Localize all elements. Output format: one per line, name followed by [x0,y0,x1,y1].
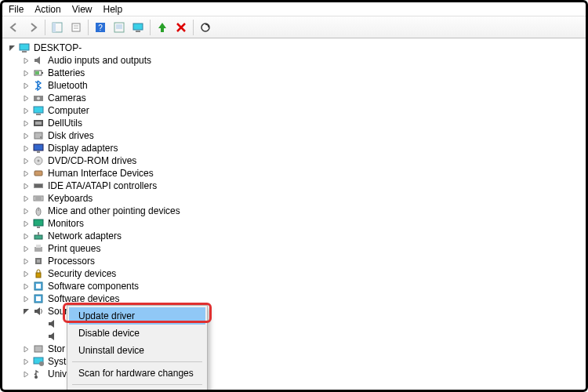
console-props-button[interactable] [111,19,128,36]
back-button[interactable] [5,19,23,36]
svg-rect-38 [37,227,40,228]
svg-point-24 [40,136,42,138]
ide-icon [32,180,45,192]
help-button[interactable]: ? [92,19,109,36]
tree-category[interactable]: Cameras [7,92,586,104]
caret-collapsed-icon[interactable] [21,357,31,366]
caret-collapsed-icon[interactable] [21,181,31,191]
caret-collapsed-icon[interactable] [21,256,31,266]
properties-button[interactable] [67,19,85,36]
menu-help[interactable]: Help [103,4,123,15]
context-menu-item[interactable]: Update driver [69,307,205,325]
caret-collapsed-icon[interactable] [21,294,31,303]
toolbar-separator [193,20,194,35]
caret-collapsed-icon[interactable] [21,93,31,103]
tree-category[interactable]: Bluetooth [7,79,586,92]
tree-category[interactable]: Processors [7,255,586,267]
tree-category[interactable]: Software devices [7,292,586,305]
svg-point-18 [37,97,40,100]
tree-category-label: DVD/CD-ROM drives [48,154,136,167]
tree-category-label: Syst [48,355,66,368]
tree-category-label: Batteries [48,67,85,79]
network-icon [32,230,45,242]
caret-collapsed-icon[interactable] [21,68,31,78]
tree-category[interactable]: Batteries [7,67,586,79]
caret-collapsed-icon[interactable] [21,81,31,90]
tree-category-label: Print queues [48,242,100,255]
update-driver-toolbar-button[interactable] [154,19,171,36]
disk-icon [32,129,45,142]
tree-root-label: DESKTOP- [34,42,82,54]
usb-icon [32,368,45,380]
caret-collapsed-icon[interactable] [21,143,31,153]
svg-text:?: ? [98,24,103,32]
caret-collapsed-icon[interactable] [21,244,31,253]
caret-expanded-icon[interactable] [7,43,16,53]
menu-view[interactable]: View [72,4,93,15]
caret-collapsed-icon[interactable] [21,131,31,140]
tree-root[interactable]: DESKTOP- [7,42,586,54]
caret-collapsed-icon[interactable] [21,281,31,291]
tree-category[interactable]: Security devices [7,267,586,280]
tree-category-label: Mice and other pointing devices [48,205,180,217]
context-menu-item[interactable]: Properties [69,387,205,392]
caret-collapsed-icon[interactable] [21,194,31,203]
menu-action[interactable]: Action [34,4,60,15]
context-menu-item[interactable]: Uninstall device [69,342,205,359]
tree-category[interactable]: Disk drives [7,129,586,142]
caret-collapsed-icon[interactable] [21,169,31,178]
caret-collapsed-icon[interactable] [21,106,31,115]
caret-collapsed-icon[interactable] [21,56,31,65]
uninstall-device-toolbar-button[interactable] [172,19,190,36]
tree-category[interactable]: Keyboards [7,192,586,205]
tree-category[interactable]: Monitors [7,217,586,230]
caret-collapsed-icon[interactable] [21,269,31,278]
menu-bar: File Action View Help [2,2,586,16]
tree-category[interactable]: Software components [7,280,586,292]
camera-icon [32,92,45,104]
tree-category-label: Disk drives [48,129,94,142]
context-menu-item[interactable]: Scan for hardware changes [69,365,205,382]
context-menu-item[interactable]: Disable device [69,325,205,342]
tree-category[interactable]: DellUtils [7,117,586,129]
menu-file[interactable]: File [9,4,24,15]
show-hide-console-tree-button[interactable] [49,19,66,36]
tree-category[interactable]: IDE ATA/ATAPI controllers [7,180,586,192]
caret-collapsed-icon[interactable] [21,369,31,379]
security-icon [32,267,45,280]
tree-category[interactable]: Human Interface Devices [7,167,586,180]
caret-collapsed-icon[interactable] [21,219,31,228]
forward-button[interactable] [24,19,42,36]
tree-category[interactable]: Mice and other pointing devices [7,205,586,217]
svg-point-28 [38,160,40,162]
caret-collapsed-icon[interactable] [21,206,31,216]
computer-icon [18,42,31,54]
tree-category[interactable]: Computer [7,104,586,117]
battery-icon [32,67,45,79]
svg-rect-20 [36,114,41,115]
tree-category[interactable]: Network adapters [7,230,586,242]
caret-collapsed-icon[interactable] [21,118,31,128]
tree-category-label: Bluetooth [48,79,88,92]
caret-expanded-icon[interactable] [21,307,31,316]
caret-collapsed-icon[interactable] [21,231,31,241]
tree-category[interactable]: Display adapters [7,142,586,154]
computer-view-button[interactable] [129,19,147,36]
tree-category[interactable]: Audio inputs and outputs [7,54,586,67]
hid-icon [32,167,45,180]
tree-category[interactable]: Print queues [7,242,586,255]
tree-category-label: Processors [48,255,95,267]
caret-collapsed-icon[interactable] [21,156,31,165]
svg-rect-25 [34,144,43,151]
bluetooth-icon [32,79,45,92]
device-manager-window: File Action View Help ? DESKTOP-Audio in… [0,0,588,392]
svg-rect-45 [36,273,41,278]
tree-category[interactable]: DVD/CD-ROM drives [7,154,586,167]
tree-category-label: Cameras [48,92,86,104]
tree-category-label: Software components [48,280,139,292]
context-menu-divider [72,384,202,385]
svg-rect-49 [36,296,41,301]
display-icon [32,142,45,154]
scan-hardware-toolbar-button[interactable] [197,19,214,36]
caret-collapsed-icon[interactable] [21,344,31,354]
